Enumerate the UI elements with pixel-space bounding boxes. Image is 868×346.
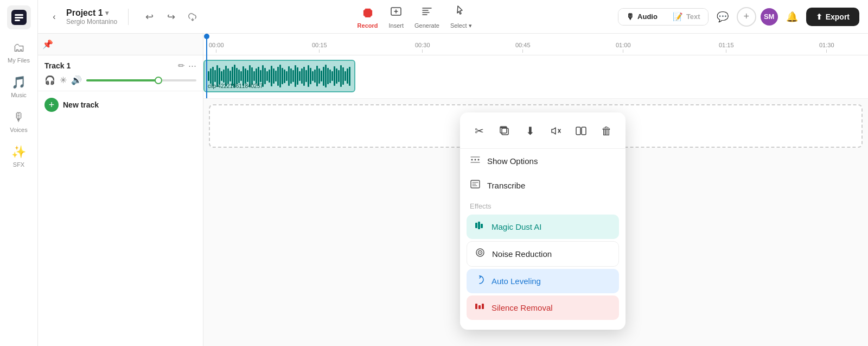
select-label: Select ▾	[450, 22, 472, 29]
track-region-1[interactable]: clip-422218611840257	[203, 55, 868, 99]
playhead	[206, 34, 207, 55]
generate-button[interactable]: Generate	[414, 5, 439, 29]
cut-button[interactable]: ✂	[468, 120, 490, 142]
svg-rect-9	[576, 127, 580, 135]
cloud-save-button[interactable]	[183, 7, 202, 27]
ruler-mark-5: 01:15	[719, 42, 734, 53]
sfx-icon: ✨	[11, 145, 26, 159]
magic-dust-button[interactable]: Magic Dust AI	[467, 215, 619, 239]
headphones-icon[interactable]: 🎧	[44, 75, 55, 85]
svg-rect-23	[482, 304, 484, 309]
track-name: Track 1	[44, 61, 71, 70]
toolbar-actions: ↩ ↪	[139, 7, 202, 27]
context-toolbar: ✂ ⬇ 🗑	[460, 120, 626, 149]
audio-text-toggle: 🎙 Audio 📝 Text	[618, 8, 709, 26]
track-panel: 📌 Track 1 ✏ ⋯ 🎧 ✳ 🔊	[38, 34, 203, 346]
volume-slider[interactable]	[86, 79, 196, 81]
audio-toggle-button[interactable]: 🎙 Audio	[618, 9, 665, 25]
svg-rect-5	[502, 128, 508, 135]
generate-label: Generate	[414, 22, 439, 29]
speaker-icon[interactable]: 🔊	[71, 75, 82, 85]
track-1-item: Track 1 ✏ ⋯ 🎧 ✳ 🔊	[38, 55, 203, 91]
download-button[interactable]: ⬇	[519, 120, 541, 142]
show-options-item[interactable]: Show Options	[460, 149, 626, 173]
delete-button[interactable]: 🗑	[596, 120, 617, 142]
content-area: 📌 Track 1 ✏ ⋯ 🎧 ✳ 🔊	[38, 34, 868, 346]
mute-button[interactable]	[545, 120, 566, 142]
undo-button[interactable]: ↩	[139, 7, 159, 27]
transcribe-label: Transcribe	[487, 181, 525, 190]
redo-button[interactable]: ↪	[161, 7, 181, 27]
sidebar-item-sfx[interactable]: ✨ SFX	[3, 140, 35, 173]
comments-button[interactable]: 💬	[713, 7, 732, 27]
show-options-label: Show Options	[487, 156, 538, 166]
svg-point-20	[480, 252, 481, 253]
track-more-button[interactable]: ⋯	[188, 61, 196, 71]
main-area: ‹ Project 1 ▾ Sergio Montanino ↩ ↪	[38, 0, 868, 346]
project-name-chevron[interactable]: ▾	[105, 9, 108, 17]
transcribe-item[interactable]: Transcribe	[460, 173, 626, 198]
svg-rect-21	[475, 304, 477, 309]
timeline-ruler: 00:00 00:15 00:30 00:45	[203, 34, 868, 55]
export-button[interactable]: ⬆ Export	[806, 8, 859, 26]
svg-rect-10	[582, 127, 586, 135]
track-name-row: Track 1 ✏ ⋯	[44, 61, 196, 71]
magic-dust-icon	[474, 220, 485, 234]
svg-point-13	[478, 159, 480, 161]
text-toggle-label: Text	[686, 12, 700, 21]
silence-removal-icon	[474, 301, 485, 314]
ruler-mark-3: 00:45	[515, 42, 531, 53]
svg-rect-22	[478, 305, 481, 309]
track-edit-button[interactable]: ✏	[178, 61, 185, 71]
silence-removal-button[interactable]: Silence Removal	[467, 295, 619, 320]
svg-rect-15	[475, 223, 477, 228]
record-label: Record	[358, 22, 378, 29]
add-collaborator-button[interactable]: +	[737, 7, 756, 27]
svg-rect-1	[15, 14, 23, 16]
insert-icon	[390, 5, 403, 21]
left-nav: 🗂 My Files 🎵 Music 🎙 Voices ✨ SFX	[0, 0, 38, 346]
new-track-button[interactable]: + New track	[38, 91, 203, 118]
my-files-icon: 🗂	[13, 41, 25, 55]
show-options-icon	[470, 154, 481, 168]
copy-button[interactable]	[494, 120, 515, 142]
track-controls: 🎧 ✳ 🔊	[44, 75, 196, 85]
magic-icon[interactable]: ✳	[60, 75, 67, 85]
noise-reduction-icon	[475, 247, 486, 261]
toolbar-center: ⏺ Record Insert Generate	[211, 4, 618, 29]
toolbar-divider-1	[128, 9, 129, 25]
auto-leveling-button[interactable]: Auto Leveling	[467, 269, 619, 293]
ruler-mark-2: 00:30	[415, 42, 430, 53]
sidebar-item-voices[interactable]: 🎙 Voices	[3, 105, 35, 138]
timeline-header: 📌	[38, 34, 203, 55]
user-avatar[interactable]: SM	[761, 8, 778, 26]
timeline: 00:00 00:15 00:30 00:45	[203, 34, 868, 346]
select-button[interactable]: Select ▾	[450, 4, 472, 29]
audio-toggle-icon: 🎙	[626, 12, 634, 21]
noise-reduction-button[interactable]: Noise Reduction	[467, 241, 619, 267]
text-toggle-icon: 📝	[673, 12, 683, 22]
insert-button[interactable]: Insert	[389, 5, 404, 29]
volume-thumb[interactable]	[155, 77, 162, 84]
project-name: Project 1 ▾	[66, 8, 117, 18]
export-icon: ⬆	[816, 12, 822, 21]
generate-icon	[420, 5, 433, 21]
noise-reduction-label: Noise Reduction	[492, 249, 552, 259]
app-container: 🗂 My Files 🎵 Music 🎙 Voices ✨ SFX ‹ Proj…	[0, 0, 868, 346]
new-track-label: New track	[63, 100, 99, 109]
record-icon: ⏺	[361, 4, 375, 21]
audio-clip[interactable]: clip-422218611840257	[203, 60, 355, 92]
sidebar-item-my-files[interactable]: 🗂 My Files	[3, 36, 35, 68]
record-button[interactable]: ⏺ Record	[358, 4, 378, 29]
svg-point-12	[475, 159, 476, 161]
playhead-line	[206, 55, 207, 98]
back-button[interactable]: ‹	[47, 9, 62, 24]
text-toggle-button[interactable]: 📝 Text	[665, 9, 708, 25]
app-logo	[7, 5, 31, 29]
svg-rect-2	[15, 17, 23, 18]
split-button[interactable]	[570, 120, 592, 142]
sidebar-item-music[interactable]: 🎵 Music	[3, 71, 35, 103]
ruler-mark-4: 01:00	[616, 42, 631, 53]
notifications-button[interactable]: 🔔	[782, 7, 802, 27]
svg-rect-17	[481, 224, 483, 228]
